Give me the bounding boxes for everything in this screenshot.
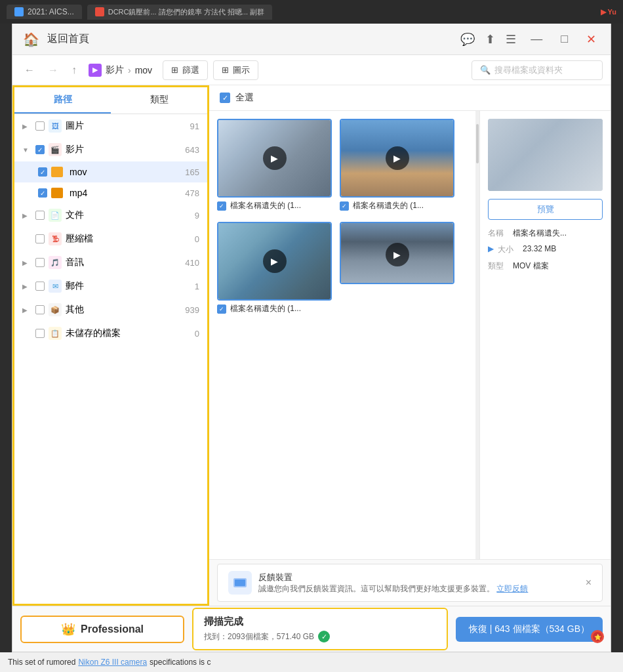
- scan-result-box: 掃描完成 找到：2093個檔案，571.40 GB ✓: [192, 608, 448, 650]
- title-bar-controls: 💬 ⬆ ☰ — □ ✕: [460, 32, 600, 47]
- up-button[interactable]: ↑: [68, 62, 81, 79]
- sidebar-count-unsaved: 0: [195, 329, 199, 339]
- tab-path[interactable]: 路徑: [14, 87, 111, 114]
- play-button-3[interactable]: ▶: [263, 249, 287, 273]
- expand-arrow-video: ▼: [22, 146, 31, 154]
- professional-label: Professional: [81, 623, 144, 635]
- name-label: 名稱: [488, 228, 509, 239]
- maximize-button[interactable]: □: [557, 32, 572, 46]
- video-thumb-1[interactable]: ▶: [217, 119, 332, 198]
- tab-favicon-2: [95, 7, 104, 16]
- upload-icon[interactable]: ⬆: [485, 32, 495, 47]
- video-thumb-3[interactable]: ▶: [217, 222, 332, 301]
- sidebar-count-doc: 9: [195, 211, 199, 220]
- sidebar-item-other[interactable]: ▶ 📦 其他 939: [14, 298, 207, 322]
- scroll-thumb[interactable]: [476, 124, 479, 163]
- checkbox-mail[interactable]: [35, 282, 45, 291]
- checkbox-mp4[interactable]: ✓: [38, 188, 47, 198]
- video-thumb-4[interactable]: ▶: [340, 222, 454, 284]
- view-button[interactable]: ⊞ 圖示: [213, 60, 258, 80]
- video-thumb-inner-4: ▶: [341, 223, 453, 284]
- preview-button[interactable]: 預覽: [488, 199, 603, 220]
- video-thumb-2[interactable]: ▶: [340, 119, 454, 198]
- notification-link[interactable]: 立即反饋: [496, 584, 528, 593]
- title-bar: 🏠 返回首頁 💬 ⬆ ☰ — □ ✕: [12, 24, 611, 55]
- search-box[interactable]: 🔍 搜尋檔案或資料夾: [472, 60, 603, 80]
- filter-button[interactable]: ⊞ 篩選: [163, 60, 208, 80]
- checkbox-mov[interactable]: ✓: [38, 167, 47, 177]
- back-button[interactable]: ←: [20, 62, 39, 79]
- doc-icon: 📄: [49, 209, 62, 222]
- play-button-4[interactable]: ▶: [386, 243, 409, 266]
- sidebar-item-doc[interactable]: ▶ 📄 文件 9: [14, 203, 207, 227]
- sidebar-label-mov: mov: [70, 167, 87, 177]
- checkbox-image[interactable]: [35, 121, 45, 131]
- video-card-2[interactable]: ▶ ✓ 檔案名稱遺失的 (1...: [340, 119, 454, 214]
- sidebar-label-unsaved: 未儲存的檔案: [66, 327, 121, 339]
- forward-button[interactable]: →: [44, 62, 62, 79]
- main-content: 路徑 類型 ▶ 🖼 圖片 91 ▼ ✓ 🎬 影片 643: [12, 85, 611, 606]
- checkbox-other[interactable]: [35, 305, 45, 314]
- title-text: 返回首頁: [47, 32, 89, 46]
- breadcrumb-root[interactable]: 影片: [106, 64, 124, 76]
- recover-badge: ⭐: [591, 630, 604, 643]
- video-card-1[interactable]: ▶ ✓ 檔案名稱遺失的 (1...: [217, 119, 332, 214]
- tab-type[interactable]: 類型: [111, 87, 207, 114]
- breadcrumb: ▶ 影片 › mov: [89, 64, 152, 77]
- browser-tab-1[interactable]: 2021: AICS...: [7, 5, 82, 19]
- professional-button[interactable]: 👑 Professional: [20, 616, 184, 643]
- notification-container: 反饋裝置 誠邀您向我們反饋裝置資訊。這可以幫助我們更好地支援更多裝置。 立即反饋…: [209, 559, 611, 606]
- checkbox-select-all[interactable]: ✓: [220, 93, 230, 103]
- sidebar-item-unsaved[interactable]: ▶ 📋 未儲存的檔案 0: [14, 322, 207, 345]
- type-label: 類型: [488, 261, 509, 272]
- toolbar: ← → ↑ ▶ 影片 › mov ⊞ 篩選 ⊞ 圖示 🔍 搜尋檔案或資料夾: [12, 55, 611, 85]
- svg-rect-1: [235, 579, 245, 586]
- sidebar-count-mov: 165: [185, 167, 199, 177]
- play-button-2[interactable]: ▶: [386, 146, 409, 170]
- minimize-button[interactable]: —: [527, 32, 546, 46]
- sidebar-item-mail[interactable]: ▶ ✉ 郵件 1: [14, 274, 207, 298]
- name-value: 檔案名稱遺失...: [513, 228, 567, 239]
- checkbox-video-1[interactable]: ✓: [217, 201, 226, 211]
- chat-icon[interactable]: 💬: [460, 32, 475, 47]
- sidebar-item-audio[interactable]: ▶ 🎵 音訊 410: [14, 251, 207, 274]
- sidebar-count-mp4: 478: [185, 188, 199, 198]
- sidebar-item-zip[interactable]: ▶ 🗜 壓縮檔 0: [14, 227, 207, 251]
- checkbox-doc[interactable]: [35, 211, 45, 220]
- sidebar-count-mail: 1: [195, 282, 199, 291]
- sidebar-item-mov[interactable]: ✓ mov 165: [14, 161, 207, 182]
- menu-icon[interactable]: ☰: [506, 32, 516, 47]
- checkbox-zip[interactable]: [35, 234, 45, 243]
- video-card-4[interactable]: ▶: [340, 222, 454, 317]
- unsaved-icon: 📋: [49, 327, 62, 340]
- sidebar-item-video[interactable]: ▼ ✓ 🎬 影片 643: [14, 138, 207, 161]
- zip-icon: 🗜: [49, 232, 62, 245]
- scan-title: 掃描完成: [204, 616, 436, 628]
- video-thumb-inner-1: ▶: [218, 120, 331, 196]
- size-label: 大小: [498, 244, 519, 255]
- filter-label: 篩選: [182, 64, 199, 76]
- status-link[interactable]: Nikon Z6 III camera: [78, 658, 147, 667]
- home-icon: 🏠: [23, 32, 39, 47]
- sidebar-item-mp4[interactable]: ✓ mp4 478: [14, 182, 207, 203]
- expand-arrow-other: ▶: [22, 306, 31, 314]
- close-button[interactable]: ✕: [582, 32, 600, 47]
- checkbox-video-3[interactable]: ✓: [217, 304, 226, 314]
- video-card-3[interactable]: ▶ ✓ 檔案名稱遺失的 (1...: [217, 222, 332, 317]
- recover-button[interactable]: 恢復 | 643 個檔案（534 GB） ⭐: [456, 617, 603, 642]
- browser-status: This set of rumored Nikon Z6 III camera …: [0, 652, 623, 672]
- play-triangle-icon: ▶: [488, 244, 494, 255]
- checkbox-unsaved[interactable]: [35, 329, 45, 338]
- bottom-bar: 👑 Professional 掃描完成 找到：2093個檔案，571.40 GB…: [12, 606, 611, 652]
- sidebar-label-audio: 音訊: [66, 257, 84, 268]
- notification-close-button[interactable]: ×: [586, 577, 592, 589]
- checkbox-audio[interactable]: [35, 258, 45, 267]
- browser-tab-2[interactable]: DCRC鎮壓前... 請您們的鏡率 方法代 招嗯... 副群: [87, 5, 272, 20]
- grid-and-panel: ▶ ✓ 檔案名稱遺失的 (1... ▶: [209, 111, 611, 559]
- checkbox-video[interactable]: ✓: [35, 145, 45, 154]
- sidebar-item-image[interactable]: ▶ 🖼 圖片 91: [14, 114, 207, 138]
- file-info: 名稱 檔案名稱遺失... ▶ 大小 23.32 MB 類型 MOV 檔案: [488, 228, 603, 272]
- checkbox-video-2[interactable]: ✓: [340, 201, 349, 211]
- video-thumb-inner-2: ▶: [341, 120, 453, 196]
- play-button-1[interactable]: ▶: [263, 146, 287, 170]
